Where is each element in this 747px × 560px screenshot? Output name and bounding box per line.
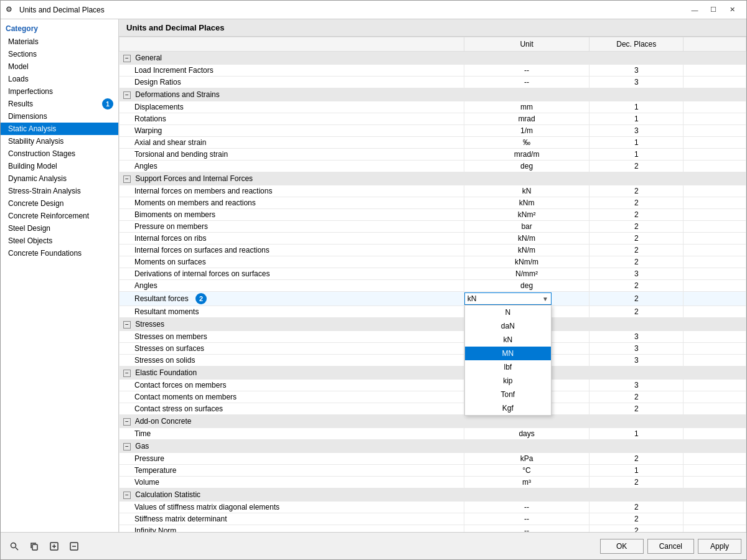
cancel-button[interactable]: Cancel: [647, 539, 694, 554]
table-row: Rotations mrad 1: [120, 113, 746, 125]
table-row: Internal forces on members and reactions…: [120, 185, 746, 197]
table-row: Contact stress on surfaces kN/m² 2: [120, 403, 746, 415]
table-row: Stresses on surfaces 3: [120, 343, 746, 355]
table-row: Stresses on solids 3: [120, 355, 746, 366]
bottom-bar: OK Cancel Apply: [1, 532, 746, 559]
svg-point-0: [11, 543, 16, 548]
search-button[interactable]: [6, 538, 23, 555]
table-row: Pressure kPa 2: [120, 453, 746, 465]
sidebar-item-steel-design[interactable]: Steel Design: [1, 222, 118, 235]
section-stresses: − Stresses: [120, 318, 746, 331]
apply-button[interactable]: Apply: [698, 539, 741, 554]
titlebar-buttons: — ☐ ✕: [685, 4, 741, 16]
sidebar-item-materials[interactable]: Materials: [1, 35, 118, 48]
sidebar-item-concrete-foundations[interactable]: Concrete Foundations: [1, 247, 118, 259]
ok-button[interactable]: OK: [600, 539, 644, 554]
sidebar-item-stability[interactable]: Stability Analysis: [1, 135, 118, 147]
option-kip[interactable]: kip: [465, 374, 551, 388]
table-row: Load Increment Factors -- 3: [120, 65, 746, 77]
section-toggle-gas[interactable]: −: [123, 443, 131, 450]
table-row: Infinity Norm -- 2: [120, 525, 746, 533]
sidebar-item-concrete-reinforcement[interactable]: Concrete Reinforcement: [1, 210, 118, 222]
unit-dropdown-list: N daN kN MN lbf kip Tonf Kgf: [464, 305, 552, 416]
table-area[interactable]: Unit Dec. Places − General: [119, 37, 746, 532]
sidebar-item-model[interactable]: Model: [1, 60, 118, 73]
svg-line-1: [16, 548, 18, 550]
table-row: Time days 1: [120, 428, 746, 440]
option-kgf[interactable]: Kgf: [465, 401, 551, 415]
data-table: Unit Dec. Places − General: [119, 37, 746, 532]
section-toggle-deformations[interactable]: −: [123, 91, 131, 99]
sidebar-item-results[interactable]: Results 1: [1, 98, 118, 110]
section-general: − General: [120, 52, 746, 65]
results-badge: 1: [102, 98, 113, 110]
table-row: Warping 1/m 3: [120, 125, 746, 137]
sidebar-item-dynamic[interactable]: Dynamic Analysis: [1, 172, 118, 185]
table-row: Values of stiffness matrix diagonal elem…: [120, 502, 746, 513]
section-calc-statistic: − Calculation Statistic: [120, 488, 746, 502]
table-row: Moments on surfaces kNm/m 2: [120, 256, 746, 268]
col-header-extra: [684, 37, 746, 52]
main-content: Category Materials Sections Model Loads …: [1, 19, 746, 532]
table-row: Internal forces on surfaces and reaction…: [120, 245, 746, 256]
table-row: Displacements mm 1: [120, 101, 746, 113]
col-header-name: [120, 37, 464, 52]
sidebar-item-dimensions[interactable]: Dimensions: [1, 110, 118, 123]
sidebar-item-steel-objects[interactable]: Steel Objects: [1, 235, 118, 247]
table-row: Moments on members and reactions kNm 2: [120, 197, 746, 209]
titlebar: ⚙ Units and Decimal Places — ☐ ✕: [1, 1, 746, 19]
sidebar-item-imperfections[interactable]: Imperfections: [1, 85, 118, 98]
col-header-dec: Dec. Places: [590, 37, 684, 52]
section-addon: − Add-on Concrete: [120, 415, 746, 428]
sidebar-item-loads[interactable]: Loads: [1, 73, 118, 85]
option-dan[interactable]: daN: [465, 319, 551, 333]
resultant-forces-dropdown[interactable]: kN ▼: [464, 292, 552, 305]
table-row: Torsional and bending strain mrad/m 1: [120, 149, 746, 161]
resultant-forces-row: Resultant forces 2 kN ▼: [120, 292, 746, 306]
table-row: Pressure on members bar 2: [120, 221, 746, 233]
dialog-buttons: OK Cancel Apply: [600, 539, 741, 554]
sidebar-item-stress-strain[interactable]: Stress-Strain Analysis: [1, 185, 118, 197]
sidebar-header: Category: [1, 22, 118, 35]
table-row: Internal forces on ribs kN/m 2: [120, 233, 746, 245]
table-row: Temperature °C 1: [120, 465, 746, 477]
section-toggle-general[interactable]: −: [123, 55, 131, 62]
table-row: Axial and shear strain ‰ 1: [120, 137, 746, 149]
option-tonf[interactable]: Tonf: [465, 388, 551, 401]
section-gas: − Gas: [120, 440, 746, 453]
panel-header: Units and Decimal Places: [119, 19, 746, 37]
sidebar-item-concrete-design[interactable]: Concrete Design: [1, 197, 118, 210]
option-mn[interactable]: MN: [465, 347, 551, 360]
section-toggle-stresses[interactable]: −: [123, 321, 131, 329]
table-row: Stresses on members 3: [120, 331, 746, 343]
sidebar-item-construction-stages[interactable]: Construction Stages: [1, 147, 118, 160]
sidebar-item-building-model[interactable]: Building Model: [1, 160, 118, 172]
window-icon: ⚙: [6, 5, 16, 15]
copy-button[interactable]: [26, 538, 43, 555]
table-row: Stiffness matrix determinant -- 2: [120, 513, 746, 525]
option-n[interactable]: N: [465, 306, 551, 319]
section-toggle-support[interactable]: −: [123, 175, 131, 183]
table-row: Angles deg 2: [120, 280, 746, 292]
option-lbf[interactable]: lbf: [465, 360, 551, 374]
table-row: Resultant moments kN 2: [120, 306, 746, 318]
section-toggle-elastic[interactable]: −: [123, 370, 131, 377]
close-button[interactable]: ✕: [723, 4, 741, 16]
table-row: Contact forces on members kN/m 3: [120, 380, 746, 391]
col-header-unit: Unit: [464, 37, 589, 52]
maximize-button[interactable]: ☐: [704, 4, 723, 16]
sidebar-item-sections[interactable]: Sections: [1, 48, 118, 60]
table-row: Design Ratios -- 3: [120, 77, 746, 88]
main-window: ⚙ Units and Decimal Places — ☐ ✕ Categor…: [0, 0, 747, 560]
right-panel: Units and Decimal Places Unit Dec. Place…: [119, 19, 746, 532]
export-button[interactable]: [65, 538, 83, 555]
section-toggle-calc[interactable]: −: [123, 492, 131, 499]
bottom-left-icons: [6, 538, 83, 555]
option-kn[interactable]: kN: [465, 333, 551, 347]
table-row: Angles deg 2: [120, 161, 746, 172]
table-row: Contact moments on members kN·m/m 2: [120, 391, 746, 403]
section-toggle-addon[interactable]: −: [123, 418, 131, 426]
minimize-button[interactable]: —: [685, 4, 704, 16]
sidebar-item-static-analysis[interactable]: Static Analysis: [1, 123, 118, 135]
import-button[interactable]: [45, 538, 63, 555]
